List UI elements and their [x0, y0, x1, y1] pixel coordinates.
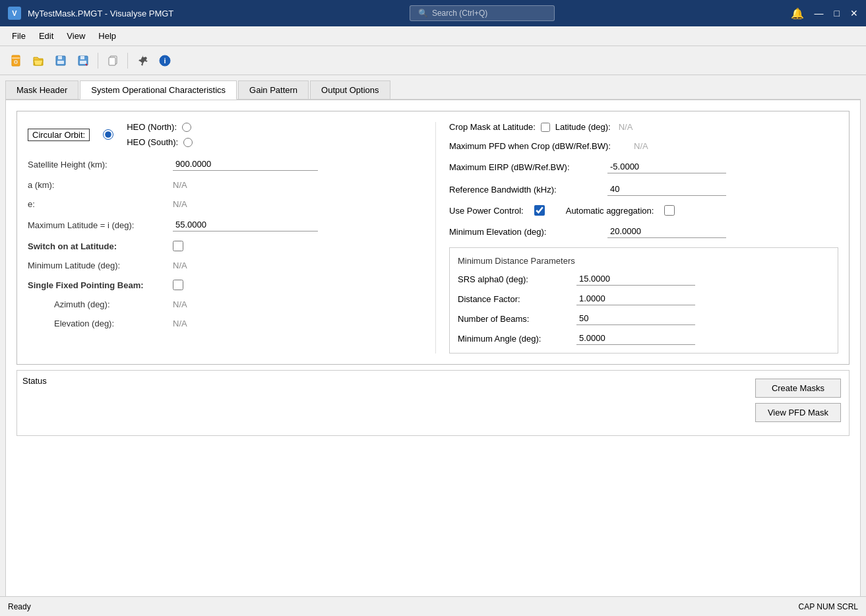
column-divider — [435, 122, 436, 354]
heo-north-radio[interactable] — [182, 123, 191, 132]
svg-rect-3 — [58, 56, 62, 59]
view-pfd-mask-button[interactable]: View PFD Mask — [755, 403, 841, 422]
azimuth-row: Azimuth (deg): N/A — [28, 299, 417, 309]
min-latitude-value: N/A — [173, 261, 187, 270]
num-beams-label: Number of Beams: — [458, 314, 576, 324]
orbit-type-row: Circular Orbit: HEO (North): HEO (South)… — [28, 122, 417, 147]
form-inner-border: Circular Orbit: HEO (North): HEO (South)… — [16, 111, 850, 365]
min-angle-input[interactable] — [576, 332, 695, 345]
status-label: Status — [22, 376, 47, 386]
min-distance-box: Minimum Distance Parameters SRS alpha0 (… — [449, 247, 838, 354]
svg-text:i: i — [164, 57, 166, 65]
titlebar-controls[interactable]: 🔔 — □ ✕ — [791, 7, 858, 20]
heo-options: HEO (North): HEO (South): — [127, 122, 193, 147]
min-distance-title: Minimum Distance Parameters — [458, 256, 830, 266]
max-pfd-row: Maximum PFD when Crop (dBW/Ref.BW): N/A — [449, 141, 838, 151]
status-area: Status — [17, 371, 747, 435]
distance-factor-input[interactable] — [576, 292, 695, 305]
info-button[interactable]: i — [154, 50, 175, 71]
bottom-panel: Status Create Masks View PFD Mask — [16, 370, 850, 436]
max-eirp-row: Maximum EIRP (dBW/Ref.BW): — [449, 160, 838, 173]
separator-1 — [98, 53, 98, 69]
menu-help[interactable]: Help — [92, 28, 123, 44]
minimize-button[interactable]: — — [815, 8, 824, 18]
tab-mask-header[interactable]: Mask Header — [5, 80, 78, 99]
srs-alpha-label: SRS alpha0 (deg): — [458, 274, 576, 284]
use-power-checkbox[interactable] — [534, 205, 545, 216]
action-buttons: Create Masks View PFD Mask — [747, 371, 849, 435]
heo-south-radio[interactable] — [183, 138, 193, 147]
tab-content: Circular Orbit: HEO (North): HEO (South)… — [5, 100, 861, 611]
max-latitude-row: Maximum Latitude = i (deg): — [28, 218, 417, 231]
max-latitude-input[interactable] — [173, 218, 318, 231]
app-icon: V — [8, 7, 21, 20]
tab-system-operational[interactable]: System Operational Characteristics — [80, 80, 237, 100]
svg-rect-7 — [80, 61, 86, 64]
search-bar[interactable]: 🔍 Search (Ctrl+Q) — [410, 5, 555, 21]
tab-output-options[interactable]: Output Options — [310, 80, 390, 99]
svg-rect-4 — [57, 61, 64, 64]
copy-button[interactable] — [102, 50, 123, 71]
min-elevation-row: Minimum Elevation (deg): — [449, 225, 838, 238]
max-eirp-input[interactable] — [607, 160, 726, 173]
tab-gain-pattern[interactable]: Gain Pattern — [238, 80, 309, 99]
min-elevation-input[interactable] — [607, 225, 726, 238]
ref-bw-input[interactable] — [607, 183, 726, 196]
save-as-button[interactable] — [73, 50, 94, 71]
satellite-height-input[interactable] — [173, 158, 318, 171]
tab-bar: Mask Header System Operational Character… — [5, 80, 861, 100]
azimuth-value: N/A — [173, 299, 187, 309]
ref-bw-label: Reference Bandwidth (kHz): — [449, 185, 607, 195]
srs-alpha-input[interactable] — [576, 272, 695, 286]
heo-south-row: HEO (South): — [127, 137, 193, 147]
azimuth-label: Azimuth (deg): — [28, 299, 173, 309]
heo-south-label: HEO (South): — [127, 137, 178, 147]
min-angle-label: Minimum Angle (deg): — [458, 334, 576, 344]
max-latitude-label: Maximum Latitude = i (deg): — [28, 220, 173, 230]
distance-factor-label: Distance Factor: — [458, 294, 576, 304]
crop-mask-checkbox[interactable] — [541, 123, 550, 132]
satellite-height-label: Satellite Height (km): — [28, 160, 173, 169]
save-button[interactable] — [50, 50, 71, 71]
titlebar: V MyTestMask.PMGT - Visualyse PMGT 🔍 Sea… — [0, 0, 866, 26]
elevation-row: Elevation (deg): N/A — [28, 319, 417, 328]
max-eirp-label: Maximum EIRP (dBW/Ref.BW): — [449, 162, 607, 172]
svg-rect-6 — [80, 56, 84, 59]
search-placeholder: Search (Ctrl+Q) — [432, 9, 487, 18]
single-fixed-checkbox[interactable] — [173, 280, 183, 290]
titlebar-left: V MyTestMask.PMGT - Visualyse PMGT — [8, 7, 173, 20]
satellite-height-row: Satellite Height (km): — [28, 158, 417, 171]
srs-alpha-row: SRS alpha0 (deg): — [458, 272, 830, 286]
ready-status: Ready — [8, 602, 31, 611]
notification-icon[interactable]: 🔔 — [791, 7, 804, 20]
settings-button[interactable] — [132, 50, 153, 71]
switch-on-checkbox[interactable] — [173, 241, 183, 251]
new-button[interactable] — [5, 50, 26, 71]
search-icon: 🔍 — [418, 9, 428, 18]
open-button[interactable] — [28, 50, 49, 71]
min-latitude-row: Minimum Latitude (deg): N/A — [28, 261, 417, 270]
use-power-label: Use Power Control: — [449, 206, 524, 216]
create-masks-button[interactable]: Create Masks — [755, 379, 841, 398]
close-button[interactable]: ✕ — [850, 8, 858, 18]
a-km-value: N/A — [173, 180, 187, 190]
crop-mask-label: Crop Mask at Latitude: — [449, 122, 536, 132]
circular-orbit-radio[interactable] — [103, 129, 113, 140]
min-angle-row: Minimum Angle (deg): — [458, 332, 830, 345]
num-beams-input[interactable] — [576, 312, 695, 325]
auto-agg-checkbox[interactable] — [664, 205, 675, 216]
distance-factor-row: Distance Factor: — [458, 292, 830, 305]
svg-rect-9 — [109, 57, 115, 65]
search-area[interactable]: 🔍 Search (Ctrl+Q) — [410, 5, 555, 21]
window-title: MyTestMask.PMGT - Visualyse PMGT — [28, 9, 173, 18]
switch-on-row: Switch on at Latitude: — [28, 241, 417, 251]
ref-bw-row: Reference Bandwidth (kHz): — [449, 183, 838, 196]
maximize-button[interactable]: □ — [834, 8, 840, 18]
right-column: Crop Mask at Latitude: Latitude (deg): N… — [441, 122, 838, 354]
single-fixed-row: Single Fixed Pointing Beam: — [28, 280, 417, 290]
menu-edit[interactable]: Edit — [32, 28, 60, 44]
a-km-row: a (km): N/A — [28, 180, 417, 190]
menu-view[interactable]: View — [60, 28, 92, 44]
min-latitude-label: Minimum Latitude (deg): — [28, 261, 173, 270]
menu-file[interactable]: File — [5, 28, 32, 44]
